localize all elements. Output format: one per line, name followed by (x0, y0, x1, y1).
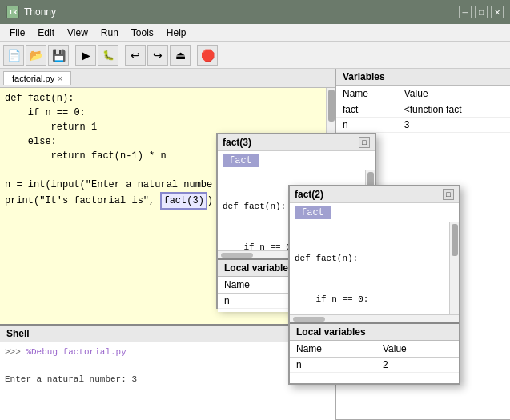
fact2-scrollbar[interactable] (449, 222, 459, 314)
fact2-code: def fact(n): if n == 0: return 1 else: r… (290, 222, 459, 314)
toolbar: 📄 📂 💾 ▶ 🐛 ↩ ↪ ⏏ 🛑 (0, 42, 510, 69)
variables-title: Variables (336, 69, 510, 86)
menu-view[interactable]: View (61, 26, 94, 40)
highlighted-call: fact(3) (160, 192, 207, 210)
window-title: Thonny (24, 6, 56, 18)
close-button[interactable]: ✕ (491, 6, 504, 18)
maximize-button[interactable]: □ (475, 6, 488, 18)
fact2-scroll-thumb-h (293, 317, 325, 322)
fact3-func-badge: fact (223, 154, 259, 167)
fact3-col-name: Name (218, 277, 298, 294)
fact3-title-bar: fact(3) □ (218, 134, 375, 151)
menu-help[interactable]: Help (160, 26, 193, 40)
code-line-1: def fact(n): (5, 91, 331, 106)
fact3-maximize-button[interactable]: □ (359, 137, 370, 148)
var-col-name: Name (336, 86, 398, 102)
shell-line-2 (5, 359, 331, 373)
tab-close-button[interactable]: × (58, 74, 62, 83)
tab-filename: factorial.py (12, 74, 54, 83)
fact2-col-value: Value (376, 341, 459, 358)
var-name-n: n (336, 118, 398, 133)
shell-title: Shell (0, 326, 335, 342)
fact3-title: fact(3) (223, 137, 251, 148)
fact3-scroll-thumb-h (221, 253, 253, 258)
run-button[interactable]: ▶ (75, 45, 96, 66)
editor-scroll-thumb (328, 90, 335, 122)
new-file-button[interactable]: 📄 (3, 45, 24, 66)
shell-content[interactable]: >>> %Debug factorial.py Enter a natural … (0, 342, 335, 420)
fact2-var-n-val: 2 (376, 358, 459, 373)
fact2-code-line-2: if n == 0: (295, 293, 454, 306)
save-button[interactable]: 💾 (48, 45, 69, 66)
fact2-local-vars: Local variables Name Value n 2 (290, 322, 459, 376)
fact2-col-name: Name (290, 341, 376, 358)
title-bar-left: Tk Thonny (6, 6, 56, 18)
var-col-value: Value (398, 86, 510, 102)
variables-table: Name Value fact <function fact n 3 (336, 86, 510, 133)
fact2-scrollbar-h[interactable] (290, 314, 459, 322)
shell-line-1: >>> %Debug factorial.py (5, 346, 331, 359)
fact3-var-n: n (218, 294, 298, 309)
menu-tools[interactable]: Tools (125, 26, 160, 40)
app-icon: Tk (6, 6, 19, 18)
open-button[interactable]: 📂 (26, 45, 46, 66)
minimize-button[interactable]: ─ (459, 6, 472, 18)
table-row: n 3 (336, 118, 510, 133)
step-out-button[interactable]: ⏏ (170, 45, 191, 66)
menu-bar: File Edit View Run Tools Help (0, 24, 510, 42)
main-content: factorial.py × def fact(n): if n == 0: r… (0, 69, 510, 420)
fact2-func-badge: fact (295, 206, 331, 219)
shell-prompt: >>> (5, 347, 26, 357)
debug-button[interactable]: 🐛 (98, 45, 118, 66)
menu-file[interactable]: File (3, 26, 31, 40)
step-into-button[interactable]: ↪ (147, 45, 168, 66)
title-bar: Tk Thonny ─ □ ✕ (0, 0, 510, 24)
fact2-var-n: n (290, 358, 376, 373)
menu-edit[interactable]: Edit (31, 26, 61, 40)
menu-run[interactable]: Run (94, 26, 125, 40)
table-row: n 2 (290, 358, 459, 373)
window-controls: ─ □ ✕ (459, 6, 504, 18)
fact2-popup: fact(2) □ fact def fact(n): if n == 0: r… (288, 185, 460, 385)
fact2-maximize-button[interactable]: □ (443, 189, 454, 200)
fact2-var-table: Name Value n 2 (290, 341, 459, 373)
shell-area: Shell >>> %Debug factorial.py Enter a na… (0, 324, 335, 420)
var-value-fact: <function fact (398, 102, 510, 118)
step-over-button[interactable]: ↩ (125, 45, 146, 66)
fact2-title-bar: fact(2) □ (290, 186, 459, 203)
stop-button[interactable]: 🛑 (197, 45, 218, 66)
fact2-local-vars-title: Local variables (290, 324, 459, 341)
editor-tabs: factorial.py × (0, 69, 335, 88)
code-line-2: if n == 0: (5, 106, 331, 120)
var-name-fact: fact (336, 102, 398, 118)
fact2-title: fact(2) (295, 189, 323, 200)
fact2-scroll-thumb (452, 224, 458, 256)
shell-output-line: Enter a natural number: 3 (5, 373, 331, 386)
fact2-code-line-1: def fact(n): (295, 252, 454, 266)
table-row: fact <function fact (336, 102, 510, 118)
editor-tab-factorial[interactable]: factorial.py × (3, 71, 71, 85)
shell-debug-cmd: %Debug factorial.py (26, 347, 126, 357)
var-value-n: 3 (398, 118, 510, 133)
